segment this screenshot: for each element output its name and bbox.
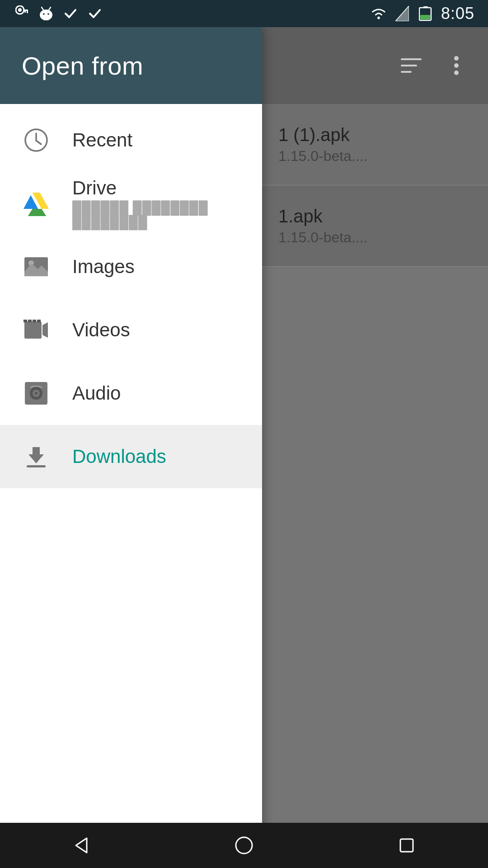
- videos-label: Videos: [72, 319, 130, 341]
- drawer-item-videos[interactable]: Videos: [0, 298, 262, 362]
- svg-rect-52: [400, 839, 413, 852]
- file-name-2: 1.apk: [278, 206, 472, 226]
- download-icon: [22, 442, 51, 471]
- image-icon: [22, 252, 51, 281]
- signal-icon: [394, 5, 410, 22]
- svg-marker-28: [28, 209, 46, 216]
- svg-rect-18: [423, 6, 428, 8]
- drawer-list: Recent Drive ██████ ████████ ████████: [0, 104, 262, 868]
- more-options-icon[interactable]: [443, 52, 470, 79]
- file-item-2[interactable]: 1.apk 1.15.0-beta....: [262, 185, 488, 267]
- drawer-item-downloads[interactable]: Downloads: [0, 425, 262, 488]
- file-meta-1: 1.15.0-beta....: [278, 148, 472, 165]
- svg-rect-13: [47, 18, 49, 20]
- status-icons-left: [14, 5, 103, 22]
- app-container: Open from Recent: [0, 27, 488, 868]
- clock-icon: [22, 126, 51, 155]
- drawer-item-images[interactable]: Images: [0, 235, 262, 298]
- file-name-1: 1 (1).apk: [278, 125, 472, 145]
- drawer: Open from Recent: [0, 27, 262, 868]
- recent-label: Recent: [72, 129, 132, 151]
- svg-line-9: [49, 7, 51, 10]
- wifi-icon: [371, 5, 387, 22]
- check2-icon: [87, 5, 103, 22]
- back-button[interactable]: [59, 832, 104, 859]
- svg-rect-35: [28, 320, 32, 322]
- svg-point-10: [43, 13, 45, 15]
- downloads-label: Downloads: [72, 446, 166, 467]
- images-label: Images: [72, 256, 135, 278]
- svg-point-11: [47, 13, 49, 15]
- android-icon: [38, 5, 54, 22]
- svg-point-48: [454, 63, 459, 68]
- svg-point-41: [35, 392, 38, 395]
- right-panel-header: [262, 27, 488, 104]
- svg-line-22: [36, 141, 41, 144]
- svg-point-49: [454, 71, 459, 75]
- svg-line-8: [42, 7, 43, 10]
- status-time: 8:05: [441, 4, 474, 23]
- svg-rect-32: [24, 321, 42, 339]
- audio-label: Audio: [72, 382, 121, 404]
- file-item-1[interactable]: 1 (1).apk 1.15.0-beta....: [262, 104, 488, 185]
- svg-rect-7: [50, 13, 52, 18]
- svg-rect-43: [27, 465, 46, 467]
- drawer-item-audio[interactable]: Audio: [0, 362, 262, 425]
- status-bar: 8:05: [0, 0, 488, 27]
- check-icon: [62, 5, 79, 22]
- sort-icon[interactable]: [398, 52, 425, 79]
- svg-rect-37: [37, 320, 41, 322]
- file-meta-2: 1.15.0-beta....: [278, 229, 472, 246]
- svg-rect-34: [23, 320, 27, 322]
- svg-rect-3: [27, 11, 28, 13]
- svg-rect-12: [43, 18, 45, 20]
- svg-point-14: [377, 17, 380, 19]
- drive-icon: [22, 189, 51, 218]
- drive-label: Drive: [72, 177, 240, 199]
- right-panel: 1 (1).apk 1.15.0-beta.... 1.apk 1.15.0-b…: [262, 27, 488, 868]
- svg-marker-33: [42, 322, 48, 338]
- svg-rect-4: [24, 11, 26, 13]
- drawer-header: Open from: [0, 27, 262, 104]
- drive-subtitle: ██████ ████████ ████████: [72, 201, 240, 230]
- svg-rect-6: [41, 13, 42, 18]
- drawer-title: Open from: [22, 51, 143, 80]
- svg-rect-36: [33, 320, 36, 322]
- status-icons-right: 8:05: [371, 4, 474, 23]
- recents-button[interactable]: [384, 832, 429, 859]
- nav-bar: [0, 823, 488, 868]
- svg-rect-2: [23, 9, 28, 11]
- svg-marker-50: [76, 838, 87, 853]
- right-panel-content: 1 (1).apk 1.15.0-beta.... 1.apk 1.15.0-b…: [262, 104, 488, 267]
- audio-icon: [22, 379, 51, 408]
- key-icon: [14, 5, 30, 22]
- drawer-item-drive[interactable]: Drive ██████ ████████ ████████: [0, 172, 262, 235]
- battery-icon: [418, 5, 434, 22]
- home-button[interactable]: [221, 832, 267, 859]
- video-icon: [22, 316, 51, 344]
- drive-text: Drive ██████ ████████ ████████: [72, 177, 240, 230]
- drawer-item-recent[interactable]: Recent: [0, 108, 262, 172]
- svg-rect-19: [420, 15, 430, 19]
- svg-point-47: [454, 56, 459, 61]
- svg-marker-42: [28, 447, 44, 463]
- svg-point-51: [236, 837, 252, 854]
- svg-point-1: [18, 8, 22, 12]
